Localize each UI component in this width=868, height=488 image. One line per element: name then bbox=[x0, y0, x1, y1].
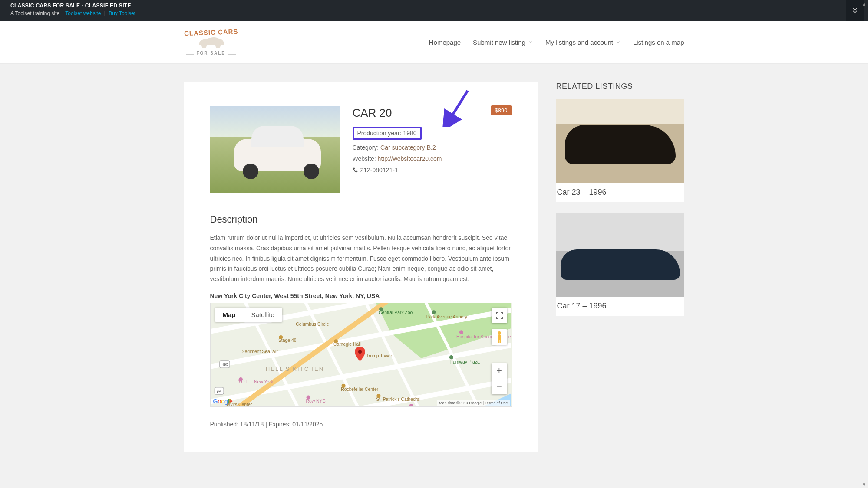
main-nav: Homepage Submit new listing My listings … bbox=[429, 39, 684, 46]
svg-text:Rockefeller Center: Rockefeller Center bbox=[341, 387, 378, 392]
related-thumb bbox=[556, 213, 684, 297]
adminbar-link-buy[interactable]: Buy Toolset bbox=[109, 10, 135, 16]
svg-text:Carnegie Hall: Carnegie Hall bbox=[333, 342, 360, 347]
chevron-down-icon bbox=[616, 39, 621, 45]
svg-point-40 bbox=[334, 339, 338, 343]
description-heading: Description bbox=[210, 214, 512, 225]
svg-point-43 bbox=[279, 335, 283, 339]
related-item[interactable]: Car 23 – 1996 bbox=[556, 99, 684, 202]
nav-submit-listing[interactable]: Submit new listing bbox=[473, 39, 533, 46]
svg-point-42 bbox=[376, 394, 380, 398]
map-attribution: Map data ©2019 GoogleTerms of Use bbox=[437, 400, 509, 406]
listing-content: $890 CAR 20 Production year: 1980 Catego… bbox=[184, 82, 538, 452]
field-phone: 212-980121-1 bbox=[353, 167, 512, 174]
svg-point-37 bbox=[238, 377, 242, 381]
nav-listings-map[interactable]: Listings on a map bbox=[633, 39, 684, 46]
svg-rect-53 bbox=[499, 340, 501, 343]
svg-text:YOTEL New York: YOTEL New York bbox=[238, 380, 273, 384]
car-icon bbox=[195, 34, 227, 49]
nav-homepage[interactable]: Homepage bbox=[429, 39, 461, 46]
logo-text-tag: FOR SALE bbox=[186, 51, 236, 56]
map-fullscreen-button[interactable] bbox=[492, 308, 507, 323]
price-badge: $890 bbox=[491, 105, 512, 115]
site-header: CLASSIC CARS FOR SALE Homepage Submit ne… bbox=[0, 21, 868, 64]
svg-text:HELL'S KITCHEN: HELL'S KITCHEN bbox=[266, 366, 324, 372]
related-title: Car 17 – 1996 bbox=[556, 297, 684, 316]
map-google-logo[interactable]: Google bbox=[213, 398, 233, 405]
svg-text:Columbus Circle: Columbus Circle bbox=[296, 322, 329, 327]
svg-point-36 bbox=[459, 330, 463, 334]
listing-image[interactable] bbox=[210, 106, 340, 193]
map-zoom-out[interactable]: − bbox=[492, 379, 507, 394]
related-heading: RELATED LISTINGS bbox=[556, 82, 684, 91]
field-production-year: Production year: 1980 bbox=[353, 127, 422, 140]
map-zoom-in[interactable]: + bbox=[492, 363, 507, 379]
related-title: Car 23 – 1996 bbox=[556, 183, 684, 202]
svg-point-54 bbox=[358, 350, 362, 354]
chevron-down-icon bbox=[528, 39, 533, 45]
adminbar-title: CLASSIC CARS FOR SALE - CLASSIFIED SITE bbox=[10, 3, 858, 9]
logo-text-top: CLASSIC CARS bbox=[184, 28, 238, 37]
field-category: Category: Car subcategory B.2 bbox=[353, 144, 512, 151]
svg-text:495: 495 bbox=[221, 362, 228, 367]
nav-my-listings[interactable]: My listings and account bbox=[545, 39, 621, 46]
svg-point-38 bbox=[306, 395, 310, 399]
map-terms-link[interactable]: Terms of Use bbox=[482, 401, 508, 405]
svg-point-50 bbox=[498, 331, 501, 335]
svg-point-1 bbox=[215, 43, 221, 48]
svg-point-34 bbox=[432, 310, 436, 314]
map-widget[interactable]: Central Park Zoo Carnegie Hall Columbus … bbox=[210, 303, 512, 407]
map-pin-icon bbox=[355, 347, 365, 361]
listing-meta: Published: 18/11/18 | Expires: 01/11/202… bbox=[210, 421, 512, 428]
map-type-satellite[interactable]: Satellite bbox=[244, 308, 282, 322]
map-type-map[interactable]: Map bbox=[215, 308, 244, 322]
description-body: Etiam rutrum dolor ut nul la imperdiet, … bbox=[210, 233, 512, 285]
chevrons-down-icon bbox=[851, 7, 859, 14]
map-streetview-button[interactable] bbox=[492, 329, 507, 345]
svg-rect-52 bbox=[498, 340, 499, 343]
map-type-switch: Map Satellite bbox=[215, 308, 282, 322]
admin-bar: CLASSIC CARS FOR SALE - CLASSIFIED SITE … bbox=[0, 0, 868, 21]
adminbar-subtitle: A Toolset training site Toolset website … bbox=[10, 10, 858, 16]
svg-point-45 bbox=[277, 406, 281, 407]
adminbar-link-toolset[interactable]: Toolset website bbox=[65, 10, 101, 16]
svg-point-33 bbox=[379, 307, 383, 311]
svg-text:Park Avenue Armory: Park Avenue Armory bbox=[426, 314, 467, 319]
svg-rect-51 bbox=[498, 335, 501, 340]
svg-point-0 bbox=[201, 43, 207, 48]
fullscreen-icon bbox=[496, 312, 503, 319]
map-zoom-controls: + − bbox=[492, 363, 507, 394]
svg-text:Sediment Sea, Air: Sediment Sea, Air bbox=[241, 349, 278, 354]
svg-text:9A: 9A bbox=[216, 389, 221, 393]
listing-title: CAR 20 bbox=[353, 106, 512, 120]
svg-text:Central Park Zoo: Central Park Zoo bbox=[378, 310, 413, 315]
listing-address: New York City Center, West 55th Street, … bbox=[210, 292, 512, 299]
svg-point-35 bbox=[449, 355, 453, 359]
sidebar: RELATED LISTINGS Car 23 – 1996 Car 17 – … bbox=[556, 82, 684, 452]
svg-text:Trump Tower: Trump Tower bbox=[366, 354, 393, 358]
svg-text:Tramway Plaza: Tramway Plaza bbox=[449, 360, 479, 364]
scroll-up-icon[interactable]: ▲ bbox=[861, 1, 867, 7]
category-link[interactable]: Car subcategory B.2 bbox=[380, 144, 436, 151]
related-thumb bbox=[556, 99, 684, 183]
website-link[interactable]: http://websitecar20.com bbox=[378, 155, 442, 162]
pegman-icon bbox=[495, 331, 503, 343]
svg-text:St. Patrick's Cathedral: St. Patrick's Cathedral bbox=[376, 397, 420, 402]
related-item[interactable]: Car 17 – 1996 bbox=[556, 213, 684, 316]
field-website: Website: http://websitecar20.com bbox=[353, 155, 512, 162]
phone-icon bbox=[353, 167, 358, 173]
site-logo[interactable]: CLASSIC CARS FOR SALE bbox=[184, 29, 238, 56]
svg-point-41 bbox=[341, 384, 345, 388]
